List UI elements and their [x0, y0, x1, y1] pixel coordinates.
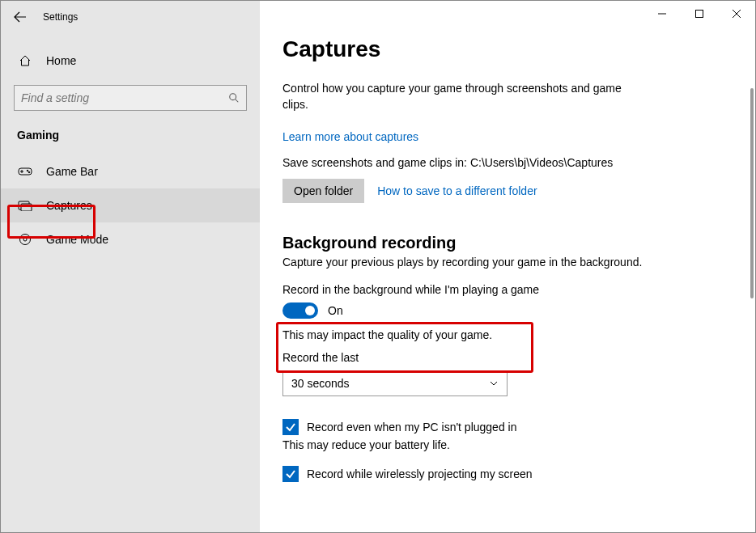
chevron-down-icon	[489, 379, 499, 388]
record-toggle-row: On	[282, 302, 736, 319]
back-button[interactable]	[1, 1, 40, 33]
sidebar-home-label: Home	[33, 54, 76, 67]
check-wireless-label: Record while wirelessly projecting my sc…	[307, 467, 533, 480]
game-mode-icon	[17, 233, 33, 246]
check-row-wireless: Record while wirelessly projecting my sc…	[282, 466, 736, 482]
window-title: Settings	[40, 11, 78, 23]
captures-icon	[17, 200, 33, 211]
titlebar-left: Settings	[1, 1, 260, 33]
checkbox-plugged[interactable]	[282, 419, 299, 435]
sidebar-nav: Game Bar Captures Game Mode	[1, 154, 260, 256]
record-last-select[interactable]: 30 seconds	[282, 370, 508, 396]
checkbox-wireless[interactable]	[282, 466, 299, 482]
sidebar-item-label: Game Bar	[33, 165, 98, 178]
folder-row: Open folder How to save to a different f…	[282, 179, 736, 203]
main-panel: Captures Control how you capture your ga…	[260, 1, 755, 532]
sidebar-item-captures[interactable]: Captures	[1, 188, 260, 222]
sidebar: Settings Home Gaming Game Bar Captures	[1, 1, 260, 532]
scrollbar-thumb[interactable]	[750, 88, 754, 298]
sidebar-item-game-bar[interactable]: Game Bar	[1, 154, 260, 188]
save-location-text: Save screenshots and game clips in: C:\U…	[282, 156, 736, 169]
record-toggle-state: On	[328, 304, 343, 317]
svg-point-3	[28, 171, 30, 173]
sidebar-item-label: Captures	[33, 199, 92, 212]
sidebar-category: Gaming	[1, 111, 260, 148]
open-folder-button[interactable]: Open folder	[282, 179, 364, 203]
record-toggle-label: Record in the background while I'm playi…	[282, 283, 736, 296]
svg-point-6	[20, 235, 31, 245]
how-to-save-link[interactable]: How to save to a different folder	[377, 184, 537, 197]
sidebar-item-label: Game Mode	[33, 233, 108, 246]
content-area: Captures Control how you capture your ga…	[260, 1, 755, 532]
record-toggle[interactable]	[282, 302, 318, 319]
search-icon	[228, 92, 240, 104]
record-last-label: Record the last	[282, 351, 736, 364]
background-recording-heading: Background recording	[282, 234, 736, 252]
learn-more-link[interactable]: Learn more about captures	[282, 130, 418, 143]
check-row-plugged: Record even when my PC isn't plugged in	[282, 419, 736, 435]
search-wrap	[14, 85, 247, 111]
page-title: Captures	[282, 36, 736, 62]
quality-note: This may impact the quality of your game…	[282, 328, 736, 341]
record-last-value: 30 seconds	[291, 377, 350, 390]
game-bar-icon	[17, 166, 33, 177]
check-plugged-label: Record even when my PC isn't plugged in	[307, 421, 516, 434]
battery-note: This may reduce your battery life.	[282, 438, 736, 451]
search-input[interactable]	[21, 91, 228, 104]
sidebar-item-game-mode[interactable]: Game Mode	[1, 222, 260, 256]
svg-rect-5	[21, 204, 32, 211]
svg-point-2	[27, 170, 28, 171]
search-box[interactable]	[14, 85, 247, 111]
page-subtitle: Control how you capture your game throug…	[282, 80, 631, 112]
sidebar-home[interactable]: Home	[1, 44, 260, 77]
background-recording-desc: Capture your previous plays by recording…	[282, 256, 736, 269]
home-icon	[17, 54, 33, 67]
svg-point-0	[230, 94, 236, 100]
svg-point-7	[23, 238, 27, 241]
